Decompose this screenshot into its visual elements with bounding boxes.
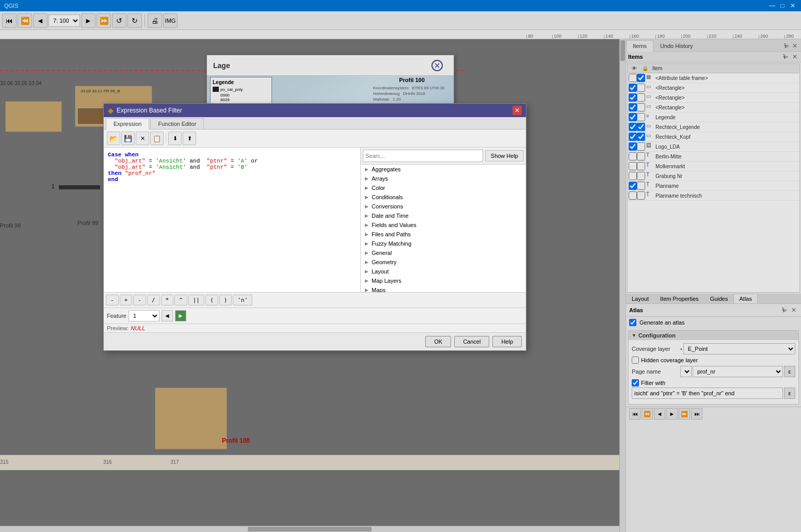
- function-group-label: Conditionals: [372, 194, 403, 200]
- function-group-label: Date and Time: [372, 213, 409, 219]
- expression-dialog: ◆ Expression Based Filter ✕ Expression F…: [103, 103, 526, 351]
- function-group-item[interactable]: ▶Maps: [361, 285, 526, 292]
- function-group-label: Color: [372, 185, 385, 191]
- clear-button[interactable]: ✕: [136, 132, 149, 145]
- preview-row: Preview: NULL: [104, 324, 526, 332]
- toolbar-sep-1: [166, 133, 166, 143]
- dialog-main-area: Case when "obj_art" = 'Ansicht' and "ptn…: [104, 148, 526, 292]
- dialog-title-bar: ◆ Expression Based Filter ✕: [104, 104, 526, 117]
- expand-arrow-icon: ▶: [365, 167, 369, 172]
- dialog-toolbar: 📂 💾 ✕ 📋 ⬇ ⬆: [104, 130, 526, 148]
- op-subtract[interactable]: -: [133, 295, 146, 305]
- search-input[interactable]: [363, 150, 483, 162]
- expression-code-display: Case when "obj_art" = 'Ansicht' and "ptn…: [106, 150, 358, 290]
- qgis-icon: ◆: [108, 106, 114, 115]
- feature-prev-button[interactable]: ◄: [162, 310, 173, 321]
- expand-arrow-icon: ▶: [365, 241, 369, 246]
- expand-arrow-icon: ▶: [365, 185, 369, 190]
- function-group-label: Aggregates: [372, 166, 401, 172]
- dialog-title-text: Expression Based Filter: [117, 107, 182, 114]
- copy-button[interactable]: 📋: [150, 132, 164, 145]
- operators-row: - + - / * ^ || ( ) 'n': [104, 292, 526, 308]
- dialog-tabs: Expression Function Editor: [104, 117, 526, 130]
- ok-button[interactable]: OK: [425, 336, 451, 347]
- dialog-overlay: ◆ Expression Based Filter ✕ Expression F…: [0, 0, 801, 532]
- op-lparen[interactable]: (: [205, 295, 218, 305]
- expand-arrow-icon: ▶: [365, 195, 369, 200]
- op-newline[interactable]: 'n': [233, 295, 252, 305]
- dialog-footer: OK Cancel Help: [104, 332, 526, 350]
- dialog-close-button[interactable]: ✕: [512, 106, 522, 115]
- function-group-label: Files and Paths: [372, 231, 411, 237]
- function-group-item[interactable]: ▶General: [361, 248, 526, 257]
- function-group-label: Fuzzy Matching: [372, 240, 411, 247]
- op-plus[interactable]: +: [120, 295, 133, 305]
- function-group-item[interactable]: ▶Arrays: [361, 174, 526, 183]
- function-group-item[interactable]: ▶Aggregates: [361, 165, 526, 174]
- function-group-label: Map Layers: [372, 278, 401, 284]
- expand-arrow-icon: ▶: [365, 222, 369, 228]
- function-group-item[interactable]: ▶Fields and Values: [361, 220, 526, 230]
- function-group-item[interactable]: ▶Date and Time: [361, 211, 526, 220]
- feature-label: Feature: [107, 313, 126, 319]
- expand-arrow-icon: ▶: [365, 278, 369, 283]
- show-help-button[interactable]: Show Help: [485, 150, 524, 162]
- op-divide[interactable]: /: [147, 295, 160, 305]
- function-group-item[interactable]: ▶Geometry: [361, 257, 526, 267]
- help-button[interactable]: Help: [492, 336, 522, 347]
- dialog-title-left: ◆ Expression Based Filter: [108, 106, 182, 115]
- expr-right-panel: Show Help ▶Aggregates▶Arrays▶Color▶Condi…: [361, 148, 526, 292]
- dialog-body: 📂 💾 ✕ 📋 ⬇ ⬆ Case when "obj_art" = 'Ansic…: [104, 130, 526, 350]
- function-group-label: Maps: [372, 287, 386, 292]
- feature-run-button[interactable]: ►: [175, 310, 186, 321]
- function-group-label: Conversions: [372, 203, 403, 209]
- function-group-label: Layout: [372, 268, 389, 275]
- preview-label: Preview:: [107, 325, 129, 331]
- function-group-label: General: [372, 250, 392, 256]
- op-multiply[interactable]: *: [161, 295, 174, 305]
- expand-arrow-icon: ▶: [365, 269, 369, 274]
- save-button[interactable]: 💾: [121, 132, 135, 145]
- function-group-item[interactable]: ▶Conditionals: [361, 192, 526, 202]
- preview-value: NULL: [131, 325, 145, 331]
- function-groups-list: ▶Aggregates▶Arrays▶Color▶Conditionals▶Co…: [361, 165, 526, 292]
- function-group-item[interactable]: ▶Fuzzy Matching: [361, 239, 526, 248]
- op-rparen[interactable]: ): [219, 295, 232, 305]
- cancel-button[interactable]: Cancel: [454, 336, 489, 347]
- expand-arrow-icon: ▶: [365, 176, 369, 181]
- op-power[interactable]: ^: [174, 295, 187, 305]
- function-group-item[interactable]: ▶Color: [361, 183, 526, 192]
- expand-arrow-icon: ▶: [365, 250, 369, 255]
- function-group-item[interactable]: ▶Map Layers: [361, 276, 526, 285]
- feature-select[interactable]: 1: [129, 310, 159, 321]
- function-group-item[interactable]: ▶Files and Paths: [361, 230, 526, 239]
- function-group-item[interactable]: ▶Layout: [361, 267, 526, 276]
- expr-search-row: Show Help: [361, 148, 526, 165]
- op-concat[interactable]: ||: [188, 295, 204, 305]
- dialog-tab-expression[interactable]: Expression: [106, 118, 149, 130]
- open-file-button[interactable]: 📂: [107, 132, 120, 145]
- function-group-item[interactable]: ▶Conversions: [361, 202, 526, 211]
- dialog-tab-function-editor[interactable]: Function Editor: [150, 118, 204, 129]
- function-group-label: Geometry: [372, 259, 396, 265]
- expand-arrow-icon: ▶: [365, 260, 369, 265]
- expand-arrow-icon: ▶: [365, 287, 369, 292]
- feature-row: Feature 1 ◄ ►: [104, 308, 526, 324]
- expand-arrow-icon: ▶: [365, 232, 369, 237]
- expand-arrow-icon: ▶: [365, 204, 369, 209]
- function-group-label: Fields and Values: [372, 222, 416, 228]
- expand-arrow-icon: ▶: [365, 213, 369, 218]
- expression-editor: Case when "obj_art" = 'Ansicht' and "ptn…: [104, 148, 361, 292]
- import-expr-button[interactable]: ⬇: [168, 132, 182, 145]
- export-expr-button[interactable]: ⬆: [183, 132, 196, 145]
- op-minus[interactable]: -: [106, 295, 119, 305]
- function-group-label: Arrays: [372, 175, 388, 182]
